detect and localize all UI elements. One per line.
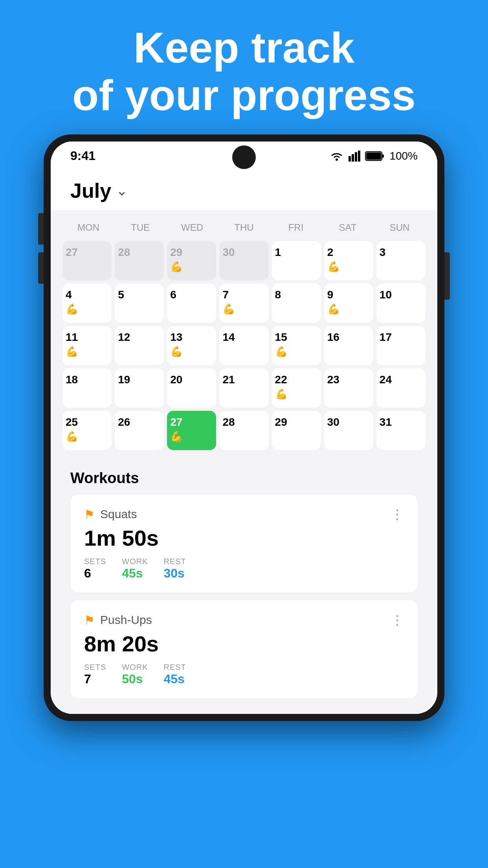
- sets-label-pushups: SETS: [84, 663, 106, 672]
- cal-day-13-w2[interactable]: 13💪: [167, 326, 216, 365]
- workout-emoji: 💪: [222, 303, 235, 315]
- more-options-pushups[interactable]: ⋮: [391, 612, 404, 628]
- cal-day-12-w2[interactable]: 12: [115, 326, 164, 365]
- month-title: July: [70, 179, 111, 202]
- cal-day-25-w4[interactable]: 25💪: [62, 411, 112, 450]
- workout-emoji: 💪: [170, 430, 183, 443]
- cal-day-5-w1[interactable]: 5: [115, 283, 164, 323]
- cal-day-11-w2[interactable]: 11💪: [62, 326, 112, 365]
- cal-day-27-w4[interactable]: 27💪: [167, 411, 216, 450]
- calendar-days-header: MON TUE WED THU FRI SAT SUN: [62, 218, 426, 237]
- svg-rect-6: [382, 154, 384, 158]
- svg-rect-3: [355, 152, 357, 162]
- date-number: 30: [222, 246, 235, 259]
- workout-emoji: 💪: [66, 346, 78, 358]
- date-number: 9: [327, 288, 334, 302]
- svg-rect-1: [349, 156, 351, 162]
- cal-day-27[interactable]: 27: [62, 241, 112, 280]
- workout-emoji: 💪: [275, 388, 288, 400]
- cal-day-19-w3[interactable]: 19: [115, 368, 164, 408]
- cal-day-16-w2[interactable]: 16: [324, 326, 373, 365]
- workout-emoji: 💪: [66, 430, 78, 443]
- workout-stats-squats: SETS 6 WORK 45s REST 30s: [84, 557, 404, 581]
- more-options-squats[interactable]: ⋮: [391, 506, 404, 522]
- cal-day-28-w4[interactable]: 28: [219, 411, 268, 450]
- date-number: 4: [66, 288, 72, 302]
- workout-duration-squats: 1m 50s: [84, 525, 404, 551]
- cal-day-30[interactable]: 30: [219, 241, 268, 280]
- cal-day-14-w2[interactable]: 14: [219, 326, 268, 365]
- wifi-icon: [330, 151, 344, 162]
- workout-card-header-pushups: ⚑ Push-Ups ⋮: [84, 612, 404, 628]
- date-number: 18: [66, 373, 78, 386]
- workout-duration-pushups: 8m 20s: [84, 631, 404, 657]
- date-number: 12: [118, 331, 130, 344]
- stat-sets-pushups: SETS 7: [84, 663, 106, 686]
- workout-name-row: ⚑ Squats: [84, 508, 137, 521]
- cal-day-9-w1[interactable]: 9💪: [324, 283, 373, 323]
- date-number: 26: [118, 416, 130, 429]
- date-number: 8: [275, 288, 281, 302]
- date-number: 30: [327, 416, 339, 429]
- workout-card-pushups[interactable]: ⚑ Push-Ups ⋮ 8m 20s SETS 7: [70, 600, 418, 698]
- cal-day-29-w4[interactable]: 29: [272, 411, 321, 450]
- status-bar: 9:41: [51, 142, 437, 167]
- cal-day-31-w4[interactable]: 31: [376, 411, 426, 450]
- day-tue: TUE: [114, 218, 166, 237]
- cal-day-2[interactable]: 2💪: [324, 241, 373, 280]
- cal-day-7-w1[interactable]: 7💪: [219, 283, 268, 323]
- stat-work-squats: WORK 45s: [122, 557, 148, 581]
- date-number: 7: [222, 288, 229, 302]
- date-number: 27: [170, 416, 182, 429]
- work-label-pushups: WORK: [122, 663, 148, 672]
- workout-card-squats[interactable]: ⚑ Squats ⋮ 1m 50s SETS 6: [70, 495, 418, 592]
- cal-day-24-w3[interactable]: 24: [376, 368, 426, 408]
- workout-emoji: 💪: [327, 303, 340, 315]
- cal-day-30-w4[interactable]: 30: [324, 411, 373, 450]
- cal-day-3[interactable]: 3: [376, 241, 426, 280]
- stat-sets-squats: SETS 6: [84, 557, 106, 581]
- volume-up-button[interactable]: [38, 213, 44, 245]
- date-number: 14: [222, 331, 235, 344]
- date-number: 29: [275, 416, 287, 429]
- day-thu: THU: [218, 218, 270, 237]
- workout-emoji: 💪: [170, 261, 183, 273]
- signal-icon: [349, 151, 360, 162]
- date-number: 2: [327, 246, 334, 259]
- day-sun: SUN: [374, 218, 426, 237]
- hero-title-line2: of your progress: [0, 71, 488, 119]
- cal-day-20-w3[interactable]: 20: [167, 368, 216, 408]
- cal-day-26-w4[interactable]: 26: [115, 411, 164, 450]
- month-dropdown-icon[interactable]: ⌄: [116, 182, 128, 199]
- power-button[interactable]: [444, 252, 450, 300]
- day-mon: MON: [62, 218, 114, 237]
- cal-day-28[interactable]: 28: [115, 241, 164, 280]
- date-number: 20: [170, 373, 182, 386]
- cal-day-18-w3[interactable]: 18: [62, 368, 112, 408]
- date-number: 11: [66, 331, 78, 344]
- cal-day-23-w3[interactable]: 23: [324, 368, 373, 408]
- volume-down-button[interactable]: [38, 252, 44, 284]
- cal-day-21-w3[interactable]: 21: [219, 368, 268, 408]
- cal-day-17-w2[interactable]: 17: [376, 326, 426, 365]
- work-label: WORK: [122, 557, 148, 566]
- cal-day-29[interactable]: 29💪: [167, 241, 216, 280]
- day-wed: WED: [166, 218, 218, 237]
- svg-point-0: [336, 158, 338, 161]
- app-content: July ⌄ MON TUE WED THU FRI SAT SUN: [51, 167, 437, 714]
- date-number: 21: [222, 373, 235, 386]
- cal-day-1[interactable]: 1: [272, 241, 321, 280]
- status-time: 9:41: [70, 149, 95, 163]
- work-value-squats: 45s: [122, 566, 148, 581]
- cal-day-8-w1[interactable]: 8: [272, 283, 321, 323]
- cal-day-6-w1[interactable]: 6: [167, 283, 216, 323]
- cal-day-10-w1[interactable]: 10: [376, 283, 426, 323]
- phone-screen: 9:41: [51, 142, 437, 714]
- battery-percent: 100%: [389, 150, 418, 162]
- month-header[interactable]: July ⌄: [51, 167, 437, 210]
- cal-day-15-w2[interactable]: 15💪: [272, 326, 321, 365]
- cal-day-22-w3[interactable]: 22💪: [272, 368, 321, 408]
- rest-label-pushups: REST: [163, 663, 186, 672]
- cal-day-4-w1[interactable]: 4💪: [62, 283, 112, 323]
- sets-label: SETS: [84, 557, 106, 566]
